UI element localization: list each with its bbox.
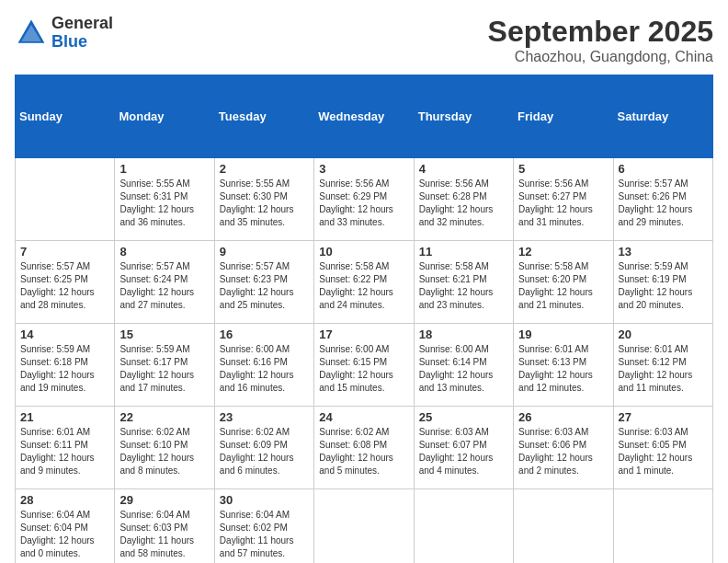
day-info: Sunrise: 6:03 AM Sunset: 6:06 PM Dayligh…	[518, 426, 608, 477]
calendar-week-row: 28Sunrise: 6:04 AM Sunset: 6:04 PM Dayli…	[16, 489, 713, 564]
day-info: Sunrise: 5:59 AM Sunset: 6:19 PM Dayligh…	[619, 260, 708, 312]
day-info: Sunrise: 6:01 AM Sunset: 6:13 PM Dayligh…	[518, 343, 608, 395]
day-number: 2	[220, 162, 309, 176]
calendar-cell	[16, 158, 115, 241]
day-info: Sunrise: 6:01 AM Sunset: 6:11 PM Dayligh…	[20, 426, 109, 477]
calendar-cell: 12Sunrise: 5:58 AM Sunset: 6:20 PM Dayli…	[514, 241, 613, 324]
day-info: Sunrise: 6:02 AM Sunset: 6:09 PM Dayligh…	[220, 426, 309, 477]
logo-icon	[15, 17, 48, 50]
day-info: Sunrise: 6:03 AM Sunset: 6:07 PM Dayligh…	[419, 426, 508, 477]
day-number: 4	[419, 162, 508, 176]
location-title: Chaozhou, Guangdong, China	[488, 49, 713, 65]
calendar-cell: 5Sunrise: 5:56 AM Sunset: 6:27 PM Daylig…	[514, 158, 613, 241]
day-number: 28	[20, 493, 109, 507]
day-number: 11	[419, 245, 508, 259]
calendar-cell: 8Sunrise: 5:57 AM Sunset: 6:24 PM Daylig…	[115, 241, 214, 324]
calendar-cell: 16Sunrise: 6:00 AM Sunset: 6:16 PM Dayli…	[214, 324, 313, 407]
calendar-cell: 28Sunrise: 6:04 AM Sunset: 6:04 PM Dayli…	[16, 489, 115, 564]
day-info: Sunrise: 6:02 AM Sunset: 6:08 PM Dayligh…	[319, 426, 408, 477]
day-number: 6	[619, 162, 708, 176]
calendar-cell: 18Sunrise: 6:00 AM Sunset: 6:14 PM Dayli…	[414, 324, 513, 407]
logo: General Blue	[15, 15, 113, 52]
day-number: 10	[319, 245, 408, 259]
day-info: Sunrise: 5:57 AM Sunset: 6:24 PM Dayligh…	[119, 260, 209, 312]
day-info: Sunrise: 6:00 AM Sunset: 6:14 PM Dayligh…	[419, 343, 508, 395]
day-number: 26	[518, 410, 608, 424]
day-number: 8	[119, 245, 209, 259]
day-info: Sunrise: 6:04 AM Sunset: 6:03 PM Dayligh…	[119, 509, 209, 560]
day-number: 18	[419, 327, 508, 341]
day-info: Sunrise: 5:55 AM Sunset: 6:30 PM Dayligh…	[220, 178, 309, 229]
day-number: 3	[319, 162, 408, 176]
day-info: Sunrise: 6:02 AM Sunset: 6:10 PM Dayligh…	[119, 426, 209, 477]
day-number: 21	[20, 410, 109, 424]
day-number: 25	[419, 410, 508, 424]
logo-text: General Blue	[51, 15, 113, 52]
weekday-header: Sunday	[16, 75, 115, 158]
day-number: 14	[20, 327, 109, 341]
calendar-cell: 1Sunrise: 5:55 AM Sunset: 6:31 PM Daylig…	[115, 158, 214, 241]
calendar: SundayMondayTuesdayWednesdayThursdayFrid…	[15, 75, 713, 563]
day-number: 5	[518, 162, 608, 176]
weekday-header: Monday	[115, 75, 214, 158]
calendar-cell: 11Sunrise: 5:58 AM Sunset: 6:21 PM Dayli…	[414, 241, 513, 324]
calendar-cell: 6Sunrise: 5:57 AM Sunset: 6:26 PM Daylig…	[613, 158, 712, 241]
calendar-cell	[314, 489, 414, 564]
calendar-cell	[514, 489, 613, 564]
calendar-header-row: SundayMondayTuesdayWednesdayThursdayFrid…	[16, 75, 713, 158]
calendar-cell: 25Sunrise: 6:03 AM Sunset: 6:07 PM Dayli…	[414, 407, 513, 489]
calendar-cell: 9Sunrise: 5:57 AM Sunset: 6:23 PM Daylig…	[214, 241, 313, 324]
calendar-cell: 21Sunrise: 6:01 AM Sunset: 6:11 PM Dayli…	[16, 407, 115, 489]
day-info: Sunrise: 6:00 AM Sunset: 6:16 PM Dayligh…	[220, 343, 309, 395]
day-number: 13	[619, 245, 708, 259]
weekday-header: Wednesday	[314, 75, 414, 158]
calendar-cell: 2Sunrise: 5:55 AM Sunset: 6:30 PM Daylig…	[214, 158, 313, 241]
day-info: Sunrise: 5:59 AM Sunset: 6:17 PM Dayligh…	[119, 343, 209, 395]
calendar-week-row: 7Sunrise: 5:57 AM Sunset: 6:25 PM Daylig…	[16, 241, 713, 324]
day-info: Sunrise: 5:58 AM Sunset: 6:20 PM Dayligh…	[518, 260, 608, 312]
day-info: Sunrise: 5:56 AM Sunset: 6:29 PM Dayligh…	[319, 178, 408, 229]
day-info: Sunrise: 5:58 AM Sunset: 6:22 PM Dayligh…	[319, 260, 408, 312]
calendar-week-row: 21Sunrise: 6:01 AM Sunset: 6:11 PM Dayli…	[16, 407, 713, 489]
day-number: 30	[220, 493, 309, 507]
day-number: 20	[619, 327, 708, 341]
calendar-week-row: 14Sunrise: 5:59 AM Sunset: 6:18 PM Dayli…	[16, 324, 713, 407]
calendar-cell: 13Sunrise: 5:59 AM Sunset: 6:19 PM Dayli…	[613, 241, 712, 324]
day-info: Sunrise: 6:00 AM Sunset: 6:15 PM Dayligh…	[319, 343, 408, 395]
day-number: 9	[220, 245, 309, 259]
calendar-cell: 19Sunrise: 6:01 AM Sunset: 6:13 PM Dayli…	[514, 324, 613, 407]
weekday-header: Tuesday	[214, 75, 313, 158]
day-info: Sunrise: 5:57 AM Sunset: 6:25 PM Dayligh…	[20, 260, 109, 312]
day-info: Sunrise: 5:56 AM Sunset: 6:27 PM Dayligh…	[518, 178, 608, 229]
calendar-cell: 20Sunrise: 6:01 AM Sunset: 6:12 PM Dayli…	[613, 324, 712, 407]
logo-blue: Blue	[51, 33, 113, 52]
calendar-cell: 29Sunrise: 6:04 AM Sunset: 6:03 PM Dayli…	[115, 489, 214, 564]
calendar-cell: 24Sunrise: 6:02 AM Sunset: 6:08 PM Dayli…	[314, 407, 414, 489]
day-info: Sunrise: 5:56 AM Sunset: 6:28 PM Dayligh…	[419, 178, 508, 229]
day-number: 1	[119, 162, 209, 176]
day-number: 22	[119, 410, 209, 424]
calendar-cell: 26Sunrise: 6:03 AM Sunset: 6:06 PM Dayli…	[514, 407, 613, 489]
day-number: 29	[119, 493, 209, 507]
weekday-header: Friday	[514, 75, 613, 158]
day-info: Sunrise: 6:04 AM Sunset: 6:04 PM Dayligh…	[20, 509, 109, 560]
day-number: 24	[319, 410, 408, 424]
calendar-cell: 23Sunrise: 6:02 AM Sunset: 6:09 PM Dayli…	[214, 407, 313, 489]
page-header: General Blue September 2025 Chaozhou, Gu…	[15, 15, 713, 65]
day-info: Sunrise: 5:57 AM Sunset: 6:26 PM Dayligh…	[619, 178, 708, 229]
calendar-cell: 30Sunrise: 6:04 AM Sunset: 6:02 PM Dayli…	[214, 489, 313, 564]
day-number: 15	[119, 327, 209, 341]
day-number: 27	[619, 410, 708, 424]
day-number: 12	[518, 245, 608, 259]
calendar-cell	[414, 489, 513, 564]
calendar-week-row: 1Sunrise: 5:55 AM Sunset: 6:31 PM Daylig…	[16, 158, 713, 241]
day-number: 7	[20, 245, 109, 259]
day-info: Sunrise: 5:57 AM Sunset: 6:23 PM Dayligh…	[220, 260, 309, 312]
day-info: Sunrise: 6:01 AM Sunset: 6:12 PM Dayligh…	[619, 343, 708, 395]
weekday-header: Saturday	[613, 75, 712, 158]
calendar-cell: 7Sunrise: 5:57 AM Sunset: 6:25 PM Daylig…	[16, 241, 115, 324]
calendar-cell: 3Sunrise: 5:56 AM Sunset: 6:29 PM Daylig…	[314, 158, 414, 241]
day-info: Sunrise: 6:04 AM Sunset: 6:02 PM Dayligh…	[220, 509, 309, 560]
weekday-header: Thursday	[414, 75, 513, 158]
day-info: Sunrise: 5:59 AM Sunset: 6:18 PM Dayligh…	[20, 343, 109, 395]
